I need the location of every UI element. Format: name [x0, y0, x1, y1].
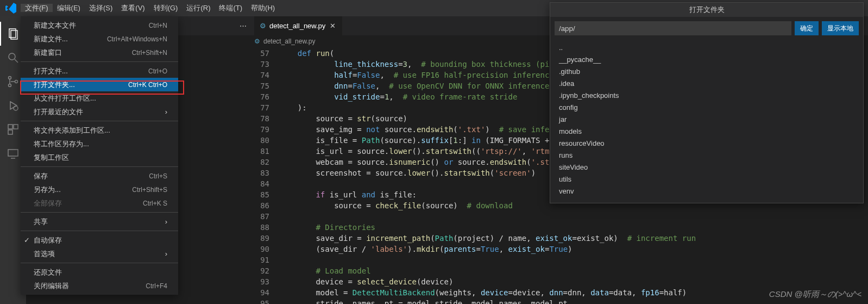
folder-item[interactable]: venv — [550, 185, 863, 197]
svg-point-5 — [9, 84, 11, 87]
show-local-button[interactable]: 显示本地 — [822, 21, 859, 35]
menu-item[interactable]: 打开最近的文件› — [21, 105, 178, 119]
code-line: 93 device = select_device(device) — [254, 276, 868, 287]
vscode-logo-icon — [4, 2, 17, 15]
menubar-item[interactable]: 转到(G) — [149, 4, 183, 12]
menubar-item[interactable]: 选择(S) — [85, 4, 117, 12]
folder-item[interactable]: .. — [550, 42, 863, 54]
svg-rect-11 — [8, 130, 12, 134]
breadcrumb[interactable]: ⚙ detect_all_new.py — [254, 35, 315, 47]
svg-point-2 — [9, 53, 15, 60]
code-line: 92 # Load model — [254, 265, 868, 276]
code-line: 90 (save_dir / 'labels').mkdir(parents=T… — [254, 244, 868, 255]
folder-item[interactable]: .idea — [550, 78, 863, 90]
folder-item[interactable]: .github — [550, 66, 863, 78]
menubar-item[interactable]: 查看(V) — [117, 4, 149, 12]
menubar-item[interactable]: 终端(T) — [215, 4, 247, 12]
menu-item[interactable]: 将工作区另存为... — [21, 137, 178, 151]
menubar-item[interactable]: 帮助(H) — [247, 4, 279, 12]
folder-path-input[interactable] — [555, 21, 791, 35]
folder-list: ..__pycache__.github.idea.ipynb_checkpoi… — [550, 40, 863, 203]
code-line: 88 # Directories — [254, 222, 868, 233]
folder-item[interactable]: utils — [550, 173, 863, 185]
dialog-title: 打开文件夹 — [550, 3, 863, 17]
folder-item[interactable]: runs — [550, 150, 863, 162]
menu-item[interactable]: 新建文件...Ctrl+Alt+Windows+N — [21, 32, 178, 46]
folder-item[interactable]: jar — [550, 114, 863, 126]
menu-item[interactable]: 还原文件 — [21, 265, 178, 279]
svg-point-6 — [15, 80, 18, 83]
menu-item[interactable]: 将文件夹添加到工作区... — [21, 123, 178, 137]
menu-item[interactable]: 打开文件...Ctrl+O — [21, 64, 178, 78]
menu-item[interactable]: 首选项› — [21, 247, 178, 260]
tab-filename: detect_all_new.py — [269, 22, 325, 30]
code-line: 89 save_dir = increment_path(Path(projec… — [254, 233, 868, 244]
breadcrumb-filename: detect_all_new.py — [263, 38, 315, 45]
menu-item[interactable]: 打开文件夹...Ctrl+K Ctrl+O — [21, 78, 178, 91]
code-line: 91 — [254, 255, 868, 265]
menu-item[interactable]: 关闭编辑器Ctrl+F4 — [21, 279, 178, 293]
more-actions-icon[interactable]: ⋯ — [236, 20, 250, 32]
svg-line-3 — [15, 59, 18, 63]
menubar-item[interactable]: 文件(F) — [21, 4, 53, 12]
svg-point-8 — [14, 106, 18, 110]
folder-item[interactable]: resourceVideo — [550, 138, 863, 150]
code-line: 87 — [254, 211, 868, 222]
folder-item[interactable]: models — [550, 126, 863, 138]
folder-item[interactable]: __pycache__ — [550, 54, 863, 66]
svg-rect-10 — [14, 125, 18, 129]
menu-item[interactable]: 复制工作区 — [21, 151, 178, 164]
folder-item[interactable]: siteVideo — [550, 162, 863, 173]
python-file-icon: ⚙ — [254, 38, 260, 45]
menu-item[interactable]: 新建文本文件Ctrl+N — [21, 18, 178, 32]
close-tab-icon[interactable]: ✕ — [329, 21, 337, 31]
watermark-text: CSDN @听雨～の(>^ω^< — [769, 289, 861, 300]
menu-item[interactable]: 全部保存Ctrl+K S — [21, 196, 178, 210]
menubar-item[interactable]: 运行(R) — [182, 4, 215, 12]
folder-item[interactable]: .ipynb_checkpoints — [550, 90, 863, 102]
menubar-item[interactable]: 编辑(E) — [53, 4, 85, 12]
ok-button[interactable]: 确定 — [795, 21, 819, 35]
file-menu-dropdown: 新建文本文件Ctrl+N新建文件...Ctrl+Alt+Windows+N新建窗… — [21, 16, 178, 295]
menu-item[interactable]: 共享› — [21, 215, 178, 228]
menu-item[interactable]: 从文件打开工作区... — [21, 91, 178, 105]
open-folder-dialog: 打开文件夹 确定 显示本地 ..__pycache__.github.idea.… — [550, 2, 864, 203]
menu-item[interactable]: 另存为...Ctrl+Shift+S — [21, 183, 178, 196]
svg-point-4 — [9, 77, 11, 79]
menu-item[interactable]: ✓自动保存 — [21, 233, 178, 247]
svg-rect-9 — [8, 125, 12, 129]
python-file-icon: ⚙ — [260, 22, 266, 30]
svg-rect-12 — [8, 150, 18, 156]
editor-tab[interactable]: ⚙ detect_all_new.py ✕ — [254, 16, 342, 35]
menu-item[interactable]: 新建窗口Ctrl+Shift+N — [21, 46, 178, 59]
menu-item[interactable]: 保存Ctrl+S — [21, 169, 178, 183]
folder-item[interactable]: config — [550, 102, 863, 114]
